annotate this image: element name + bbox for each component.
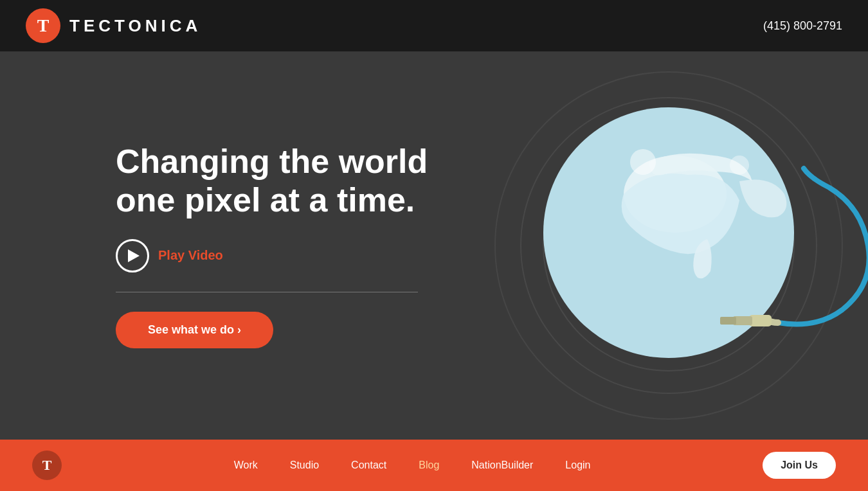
svg-rect-8 [749, 315, 772, 326]
footer: T Work Studio Contact Blog NationBuilder… [0, 440, 868, 491]
hero-section: Changing the world one pixel at a time. … [0, 51, 868, 440]
hero-title: Changing the world one pixel at a time. [116, 143, 428, 220]
footer-nav-studio[interactable]: Studio [290, 460, 319, 471]
footer-logo[interactable]: T [32, 451, 62, 480]
footer-nav: Work Studio Contact Blog NationBuilder L… [234, 460, 591, 471]
footer-nav-contact[interactable]: Contact [351, 460, 386, 471]
logo[interactable]: T TECTONICA [26, 8, 201, 43]
play-button-icon[interactable] [116, 239, 149, 272]
join-us-button[interactable]: Join Us [763, 452, 836, 479]
play-video-row[interactable]: Play Video [116, 239, 428, 272]
divider [116, 292, 418, 292]
svg-rect-10 [720, 317, 736, 325]
footer-nav-blog[interactable]: Blog [419, 460, 439, 471]
header: T TECTONICA (415) 800-2791 [0, 0, 868, 51]
play-video-label[interactable]: Play Video [158, 248, 223, 263]
hero-content: Changing the world one pixel at a time. … [116, 143, 428, 348]
logo-icon-circle: T [26, 8, 60, 43]
logo-text: TECTONICA [69, 16, 201, 36]
play-triangle [128, 249, 140, 262]
svg-point-7 [730, 156, 749, 175]
phone-number: (415) 800-2791 [763, 19, 842, 33]
logo-t-icon: T [37, 15, 50, 36]
footer-nav-work[interactable]: Work [234, 460, 258, 471]
footer-logo-t-icon: T [42, 457, 52, 474]
footer-nav-login[interactable]: Login [565, 460, 590, 471]
svg-point-6 [630, 149, 656, 175]
globe-illustration [457, 53, 868, 438]
footer-nav-nationbuilder[interactable]: NationBuilder [471, 460, 533, 471]
cta-button[interactable]: See what we do › [116, 312, 273, 348]
